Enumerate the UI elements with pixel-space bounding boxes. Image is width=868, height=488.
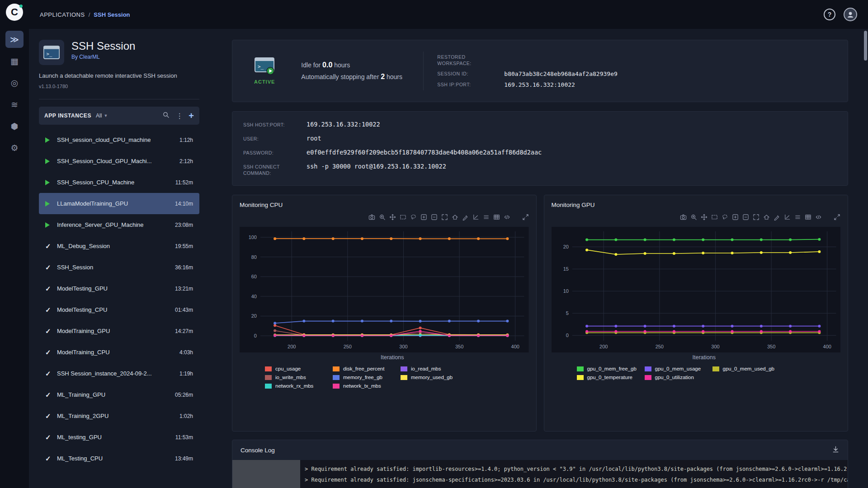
pan-icon[interactable] [389, 214, 396, 221]
check-glyph: ✓ [45, 348, 51, 357]
kebab-menu-icon[interactable]: ⋮ [175, 112, 184, 120]
table-icon[interactable] [493, 214, 500, 221]
nav-applications-icon[interactable]: ≫ [5, 31, 24, 48]
zoom-in-icon[interactable] [732, 214, 739, 221]
connection-details-card: SSH HOST:PORT:169.253.16.332:10022USER:r… [232, 111, 848, 186]
instance-row[interactable]: LLamaModelTraining_GPU14:10m [39, 193, 199, 214]
instances-filter-dropdown[interactable]: All ▼ [96, 113, 108, 119]
instance-row[interactable]: ✓ModelTesting_CPU01:43m [39, 299, 199, 320]
legend-item[interactable]: io_write_mbs [265, 375, 333, 380]
nav-queues-icon[interactable]: ⚙ [5, 139, 24, 156]
add-instance-button[interactable]: + [189, 111, 194, 121]
rail-nav: ≫▦◎≋⬢⚙ [5, 31, 24, 156]
legend-item[interactable]: gpu_0_mem_usage [645, 366, 712, 371]
user-avatar[interactable] [844, 8, 857, 21]
list-icon[interactable] [794, 214, 801, 221]
code-icon[interactable] [504, 214, 510, 221]
instance-row[interactable]: ✓ModelTesting_GPU13:21m [39, 278, 199, 299]
legend-item[interactable]: disk_free_percent [333, 366, 401, 371]
zoom-icon[interactable] [379, 214, 386, 221]
nav-pipelines-icon[interactable]: ⬢ [5, 117, 24, 135]
detail-value[interactable]: e0f0effdfe929f60f209ebcb5f1878407783dae4… [307, 149, 542, 156]
camera-icon[interactable] [680, 214, 687, 221]
instance-row[interactable]: ✓ML_testing_GPU11:53m [39, 427, 199, 448]
play-triangle [45, 137, 50, 143]
legend-item[interactable]: cpu_usage [265, 366, 333, 371]
instance-row[interactable]: SSH_Session_CPU_Machine11:52m [39, 172, 199, 193]
instance-row[interactable]: ✓ML_Debug_Session19:55m [39, 235, 199, 257]
instance-row[interactable]: ✓ModelTraining_CPU4:03h [39, 342, 199, 363]
maximize-icon[interactable] [522, 214, 529, 221]
chart-plot-area[interactable]: 05101520200250300350400 [552, 227, 841, 352]
instance-row[interactable]: ✓ModelTraining_GPU14:27m [39, 320, 199, 342]
legend-item[interactable]: network_tx_mbs [333, 383, 401, 389]
detail-value[interactable]: ssh -p 30000 root@169.253.16.332.10022 [307, 163, 446, 176]
instance-row[interactable]: SSH_session_cloud_CPU_machine1:12h [39, 129, 199, 150]
page-scrollbar[interactable] [864, 31, 867, 61]
instance-row[interactable]: ✓ML_Testing_CPU13:49m [39, 448, 199, 469]
chart-plot-area[interactable]: 020406080100200250300350400 [240, 227, 529, 352]
play-triangle [45, 201, 50, 206]
legend-item[interactable]: memory_used_gb [401, 375, 468, 380]
legend-swatch [265, 366, 272, 371]
draw-icon[interactable] [774, 214, 780, 221]
zoom-in-icon[interactable] [420, 214, 427, 221]
list-icon[interactable] [483, 214, 490, 221]
console-lines[interactable]: > Requirement already satisfied: importl… [300, 460, 848, 488]
legend-item[interactable]: network_rx_mbs [265, 383, 333, 389]
zoom-out-icon[interactable] [742, 214, 749, 221]
nav-workers-icon[interactable]: ◎ [5, 74, 24, 91]
legend-item[interactable]: io_read_mbs [401, 366, 468, 371]
status-fields: RESTORED WORKSPACE:SESSION ID:b80a73ab38… [437, 54, 617, 88]
legend-item[interactable]: gpu_0_temperature [577, 375, 645, 380]
autoscale-icon[interactable] [753, 214, 760, 221]
pan-icon[interactable] [701, 214, 708, 221]
legend-swatch [333, 375, 340, 380]
legend-item[interactable]: gpu_0_mem_free_gb [577, 366, 645, 371]
instance-row[interactable]: ✓SSH_Session36:16m [39, 257, 199, 278]
instance-row[interactable]: SSH_Session_Cloud_GPU_Machi...2:12h [39, 150, 199, 172]
breadcrumb-root[interactable]: APPLICATIONS [40, 11, 85, 18]
detail-value[interactable]: root [307, 135, 321, 142]
instance-row[interactable]: Inference_Server_GPU_Machine23:08m [39, 214, 199, 235]
detail-value[interactable]: 169.253.16.332:10022 [307, 121, 380, 128]
box-select-icon[interactable] [400, 214, 406, 221]
check-glyph: ✓ [45, 370, 51, 378]
clearml-logo-icon[interactable]: C [6, 4, 23, 21]
zoom-icon[interactable] [690, 214, 697, 221]
nav-rail: C ≫▦◎≋⬢⚙ [0, 0, 29, 488]
legend-item[interactable]: gpu_0_utilization [645, 375, 712, 380]
legend-item[interactable]: memory_free_gb [333, 375, 401, 380]
maximize-icon[interactable] [834, 214, 840, 221]
console-side-panel[interactable] [232, 460, 300, 488]
box-select-icon[interactable] [711, 214, 718, 221]
instance-row[interactable]: ✓ML_Training_2GPU1:02h [39, 405, 199, 427]
instance-name: ML_Testing_CPU [57, 455, 103, 462]
legend-label: gpu_0_utilization [655, 375, 694, 380]
instance-name: SSH_session_cloud_CPU_machine [57, 136, 151, 143]
code-icon[interactable] [815, 214, 822, 221]
lasso-select-icon[interactable] [722, 214, 728, 221]
search-icon[interactable] [161, 111, 170, 120]
detail-row: PASSWORD:e0f0effdfe929f60f209ebcb5f18784… [243, 149, 837, 156]
status-badge: ACTIVE [254, 79, 275, 84]
slope-icon[interactable] [784, 214, 791, 221]
legend-item[interactable]: gpu_0_mem_used_gb [712, 366, 780, 371]
instance-row[interactable]: ✓ML_Training_GPU05:26m [39, 384, 199, 405]
draw-icon[interactable] [462, 214, 469, 221]
nav-datasets-icon[interactable]: ≋ [5, 96, 24, 113]
autoscale-icon[interactable] [441, 214, 448, 221]
camera-icon[interactable] [368, 214, 375, 221]
download-log-icon[interactable] [832, 446, 840, 455]
slope-icon[interactable] [472, 214, 479, 221]
lasso-select-icon[interactable] [410, 214, 417, 221]
app-byline[interactable]: By ClearML [71, 54, 135, 60]
detail-row: SSH CONNECT COMMAND:ssh -p 30000 root@16… [243, 163, 837, 176]
reset-axes-icon[interactable] [763, 214, 770, 221]
help-icon[interactable]: ? [824, 9, 835, 20]
zoom-out-icon[interactable] [431, 214, 438, 221]
instance-row[interactable]: ✓SSH Session_instance_2024-09-2...1:19h [39, 363, 199, 384]
reset-axes-icon[interactable] [452, 214, 458, 221]
table-icon[interactable] [805, 214, 811, 221]
nav-projects-icon[interactable]: ▦ [5, 52, 24, 70]
